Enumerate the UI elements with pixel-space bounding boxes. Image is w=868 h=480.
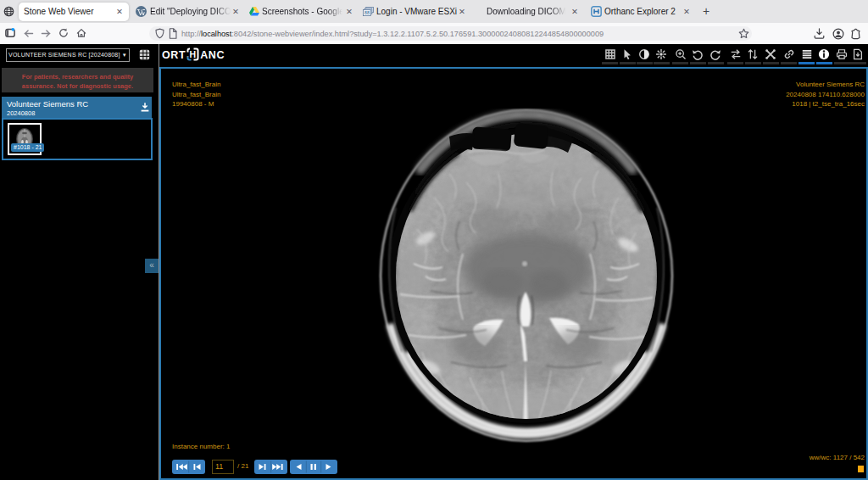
svg-text:H: H — [190, 49, 197, 59]
